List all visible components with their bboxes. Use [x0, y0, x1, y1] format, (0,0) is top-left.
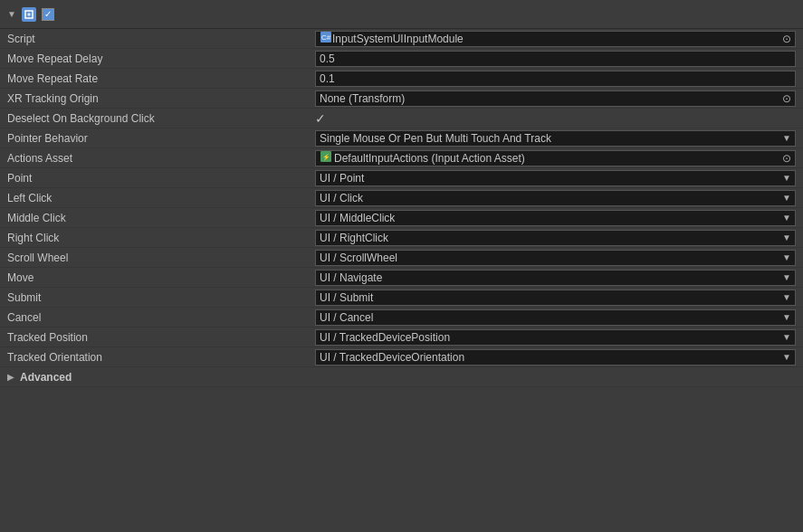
advanced-section[interactable]: ▶Advanced [0, 367, 803, 387]
row-moveRepeatDelay: Move Repeat Delay [0, 49, 803, 69]
dropdown-leftClick[interactable]: UI / Click▼ [315, 190, 796, 206]
label-pointerBehavior: Pointer Behavior [7, 132, 315, 145]
checkbox-deselectOnBgClick[interactable]: ✓ [315, 111, 796, 126]
label-script: Script [7, 33, 315, 45]
dropdown-value-leftClick: UI / Click [320, 192, 779, 204]
label-point: Point [7, 172, 315, 185]
advanced-label: Advanced [20, 371, 72, 384]
dropdown-arrow-submit: ▼ [782, 292, 791, 302]
row-trackedOrientation: Tracked OrientationUI / TrackedDeviceOri… [0, 347, 803, 367]
dropdown-arrow-cancel: ▼ [782, 312, 791, 322]
label-cancel: Cancel [7, 311, 315, 324]
dropdown-point[interactable]: UI / Point▼ [315, 170, 796, 186]
label-trackedPosition: Tracked Position [7, 331, 315, 344]
enabled-checkbox[interactable]: ✓ [42, 8, 54, 21]
row-trackedPosition: Tracked PositionUI / TrackedDevicePositi… [0, 328, 803, 347]
row-actionsAsset: Actions Asset ⚡ DefaultInputActions (Inp… [0, 148, 803, 168]
advanced-expand-icon: ▶ [7, 372, 14, 382]
row-deselectOnBgClick: Deselect On Background Click✓ [0, 109, 803, 128]
label-trackedOrientation: Tracked Orientation [7, 351, 315, 364]
row-scrollWheel: Scroll WheelUI / ScrollWheel▼ [0, 248, 803, 268]
dropdown-arrow-pointerBehavior: ▼ [782, 133, 791, 143]
row-script: Script C# InputSystemUIInputModule⊙ [0, 29, 803, 49]
menu-icon[interactable] [789, 13, 796, 16]
dropdown-value-pointerBehavior: Single Mouse Or Pen But Multi Touch And … [320, 132, 779, 145]
dropdown-arrow-point: ▼ [782, 173, 791, 183]
label-moveRepeatDelay: Move Repeat Delay [7, 52, 315, 65]
dropdown-middleClick[interactable]: UI / MiddleClick▼ [315, 210, 796, 226]
actions-icon: ⚡ [320, 150, 334, 166]
object-value-actionsAsset: DefaultInputActions (Input Action Asset) [334, 152, 779, 165]
dropdown-arrow-trackedPosition: ▼ [782, 332, 791, 342]
row-leftClick: Left ClickUI / Click▼ [0, 188, 803, 208]
expand-icon[interactable]: ▼ [7, 9, 16, 19]
object-select-actionsAsset[interactable]: ⊙ [782, 152, 791, 165]
obj-select-xrTrackingOrigin[interactable]: ⊙ [782, 92, 791, 105]
dropdown-value-cancel: UI / Cancel [320, 311, 779, 324]
label-moveRepeatRate: Move Repeat Rate [7, 72, 315, 85]
dropdown-xrTrackingOrigin[interactable]: None (Transform)⊙ [315, 90, 796, 107]
dropdown-value-middleClick: UI / MiddleClick [320, 212, 779, 224]
content: Script C# InputSystemUIInputModule⊙Move … [0, 29, 803, 387]
dropdown-value-scrollWheel: UI / ScrollWheel [320, 252, 779, 264]
input-moveRepeatDelay[interactable] [315, 51, 796, 67]
row-xrTrackingOrigin: XR Tracking OriginNone (Transform)⊙ [0, 89, 803, 109]
input-moveRepeatRate[interactable] [315, 71, 796, 87]
label-submit: Submit [7, 291, 315, 304]
dropdown-value-submit: UI / Submit [320, 291, 779, 304]
label-scrollWheel: Scroll Wheel [7, 252, 315, 264]
label-xrTrackingOrigin: XR Tracking Origin [7, 92, 315, 105]
label-middleClick: Middle Click [7, 212, 315, 224]
dropdown-arrow-trackedOrientation: ▼ [782, 352, 791, 362]
label-actionsAsset: Actions Asset [7, 152, 315, 165]
object-field-script[interactable]: C# InputSystemUIInputModule⊙ [315, 31, 796, 47]
dropdown-move[interactable]: UI / Navigate▼ [315, 270, 796, 286]
dropdown-scrollWheel[interactable]: UI / ScrollWheel▼ [315, 250, 796, 266]
svg-text:⚡: ⚡ [322, 153, 330, 161]
dropdown-arrow-scrollWheel: ▼ [782, 252, 791, 262]
dropdown-value-xrTrackingOrigin: None (Transform) [320, 92, 779, 105]
dropdown-trackedOrientation[interactable]: UI / TrackedDeviceOrientation▼ [315, 349, 796, 366]
row-cancel: CancelUI / Cancel▼ [0, 308, 803, 328]
script-icon: C# [320, 31, 332, 46]
object-select-script[interactable]: ⊙ [782, 33, 791, 45]
title-bar: ▼ ✓ [0, 0, 803, 29]
row-submit: SubmitUI / Submit▼ [0, 288, 803, 308]
dropdown-value-point: UI / Point [320, 172, 779, 185]
dropdown-submit[interactable]: UI / Submit▼ [315, 290, 796, 306]
dropdown-pointerBehavior[interactable]: Single Mouse Or Pen But Multi Touch And … [315, 130, 796, 147]
dropdown-trackedPosition[interactable]: UI / TrackedDevicePosition▼ [315, 329, 796, 346]
row-rightClick: Right ClickUI / RightClick▼ [0, 228, 803, 248]
dropdown-arrow-move: ▼ [782, 272, 791, 282]
label-move: Move [7, 271, 315, 284]
label-deselectOnBgClick: Deselect On Background Click [7, 112, 315, 125]
label-rightClick: Right Click [7, 232, 315, 244]
dropdown-value-rightClick: UI / RightClick [320, 232, 779, 244]
svg-text:C#: C# [321, 33, 331, 42]
object-field-actionsAsset[interactable]: ⚡ DefaultInputActions (Input Action Asse… [315, 150, 796, 166]
dropdown-arrow-middleClick: ▼ [782, 213, 791, 223]
settings-icon[interactable] [774, 13, 781, 16]
row-moveRepeatRate: Move Repeat Rate [0, 69, 803, 89]
row-middleClick: Middle ClickUI / MiddleClick▼ [0, 208, 803, 228]
dropdown-cancel[interactable]: UI / Cancel▼ [315, 309, 796, 326]
help-icon[interactable] [760, 13, 767, 16]
dropdown-rightClick[interactable]: UI / RightClick▼ [315, 230, 796, 246]
dropdown-value-trackedOrientation: UI / TrackedDeviceOrientation [320, 351, 779, 364]
row-pointerBehavior: Pointer BehaviorSingle Mouse Or Pen But … [0, 128, 803, 148]
dropdown-arrow-rightClick: ▼ [782, 233, 791, 242]
row-move: MoveUI / Navigate▼ [0, 268, 803, 288]
checkmark-deselectOnBgClick: ✓ [315, 111, 326, 126]
object-value-script: InputSystemUIInputModule [332, 33, 779, 45]
row-point: PointUI / Point▼ [0, 168, 803, 188]
dropdown-value-move: UI / Navigate [320, 271, 779, 284]
dropdown-value-trackedPosition: UI / TrackedDevicePosition [320, 331, 779, 344]
component-icon [22, 7, 36, 22]
dropdown-arrow-leftClick: ▼ [782, 193, 791, 203]
label-leftClick: Left Click [7, 192, 315, 204]
